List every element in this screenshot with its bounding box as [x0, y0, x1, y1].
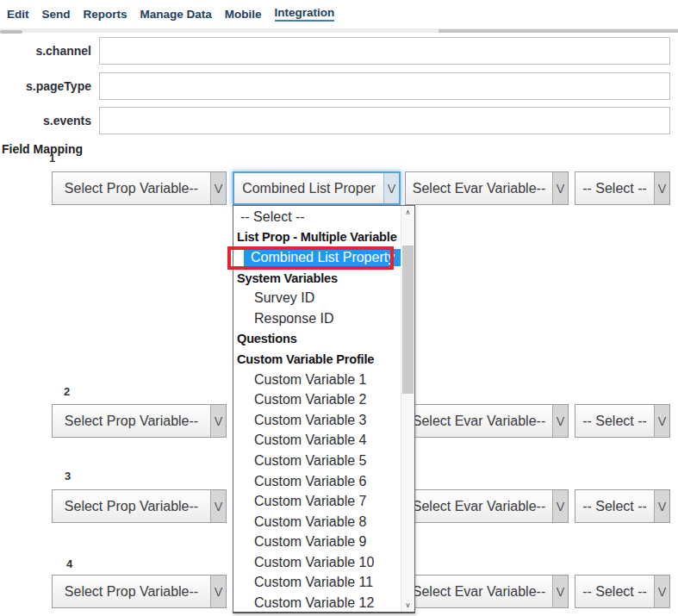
- s-channel-label: s.channel: [0, 44, 91, 58]
- dropdown-option-custom-variable-4[interactable]: Custom Variable 4: [233, 431, 402, 451]
- dropdown-option-custom-variable-5[interactable]: Custom Variable 5: [233, 451, 402, 471]
- nav-tab-integration[interactable]: Integration: [275, 6, 335, 22]
- dropdown-option-custom-variable-3[interactable]: Custom Variable 3: [233, 410, 402, 431]
- row-1-list-prop-select-value: Combined List Proper: [234, 181, 383, 196]
- dropdown-option-custom-variable-10[interactable]: Custom Variable 10: [233, 552, 402, 573]
- dropdown-group-custom-variable-profile: Custom Variable Profile: [233, 349, 402, 370]
- row-2-event-select[interactable]: -- Select -- ⋁: [575, 404, 670, 438]
- chevron-down-icon: ⋁: [552, 172, 568, 204]
- dropdown-option-custom-variable-11[interactable]: Custom Variable 11: [233, 573, 402, 594]
- top-nav: Edit Send Reports Manage Data Mobile Int…: [0, 0, 334, 28]
- row-2-evar-select-value: Select Evar Variable--: [406, 414, 552, 429]
- dropdown-scrollbar-thumb[interactable]: [402, 246, 414, 394]
- dropdown-scrollbar[interactable]: ∧ ∨: [401, 206, 414, 612]
- s-pagetype-input[interactable]: [99, 72, 670, 100]
- row-2-prop-select[interactable]: Select Prop Variable-- ⋁: [52, 404, 227, 438]
- chevron-down-icon: ⋁: [654, 576, 669, 607]
- s-channel-input[interactable]: [99, 37, 670, 65]
- dropdown-option-custom-variable-7[interactable]: Custom Variable 7: [233, 491, 402, 512]
- nav-tab-manage-data[interactable]: Manage Data: [140, 8, 212, 21]
- chevron-down-icon: ⋁: [383, 173, 399, 203]
- row-3-evar-select-value: Select Evar Variable--: [406, 499, 552, 514]
- chevron-down-icon: ⋁: [210, 490, 226, 522]
- row-1-evar-select[interactable]: Select Evar Variable-- ⋁: [405, 171, 569, 205]
- dropdown-group-system-variables: System Variables: [233, 268, 402, 289]
- nav-tab-mobile[interactable]: Mobile: [225, 8, 262, 21]
- row-3-evar-select[interactable]: Select Evar Variable-- ⋁: [405, 489, 569, 523]
- dropdown-option-custom-variable-12[interactable]: Custom Variable 12: [233, 593, 402, 613]
- chevron-down-icon: ⋁: [552, 405, 568, 437]
- row-1-event-select[interactable]: -- Select -- ⋁: [575, 171, 670, 205]
- integration-page: Edit Send Reports Manage Data Mobile Int…: [0, 0, 678, 616]
- dropdown-options: -- Select -- List Prop - Multiple Variab…: [233, 207, 402, 613]
- row-4-event-select[interactable]: -- Select -- ⋁: [575, 575, 670, 608]
- horizontal-scrollbar-thumb[interactable]: [439, 29, 678, 33]
- row-2-number: 2: [64, 385, 70, 398]
- chevron-down-icon: ⋁: [552, 490, 568, 522]
- row-2-evar-select[interactable]: Select Evar Variable-- ⋁: [405, 404, 569, 438]
- row-3-event-select-value: -- Select --: [575, 499, 654, 514]
- dropdown-option-combined-list-property[interactable]: Combined List Property: [233, 247, 402, 268]
- s-pagetype-label: s.pageType: [0, 79, 91, 93]
- row-4-prop-select-value: Select Prop Variable--: [53, 584, 210, 600]
- chevron-down-icon: ⋁: [654, 172, 669, 204]
- chevron-down-icon: ⋁: [210, 405, 226, 437]
- nav-tab-send[interactable]: Send: [42, 8, 71, 21]
- field-mapping-title: Field Mapping: [2, 142, 83, 156]
- row-3-number: 3: [65, 470, 71, 482]
- nav-tab-reports[interactable]: Reports: [84, 8, 128, 21]
- chevron-down-icon: ⋁: [654, 405, 669, 437]
- chevron-down-icon: ⋁: [552, 576, 568, 607]
- row-4-event-select-value: -- Select --: [575, 584, 654, 600]
- row-4-number: 4: [66, 557, 72, 570]
- dropdown-option-custom-variable-8[interactable]: Custom Variable 8: [233, 512, 402, 532]
- horizontal-scrollbar-nub[interactable]: [0, 30, 22, 34]
- dropdown-option-survey-id[interactable]: Survey ID: [233, 288, 402, 308]
- list-prop-dropdown-panel: -- Select -- List Prop - Multiple Variab…: [233, 205, 415, 613]
- dropdown-option-custom-variable-1[interactable]: Custom Variable 1: [233, 370, 402, 390]
- dropdown-group-questions: Questions: [233, 329, 402, 350]
- chevron-down-icon: ⋁: [210, 172, 226, 204]
- chevron-down-icon: ⋁: [210, 576, 226, 607]
- row-1-prop-select-value: Select Prop Variable--: [53, 181, 210, 196]
- chevron-down-icon: ⋁: [654, 490, 669, 522]
- row-2-event-select-value: -- Select --: [575, 414, 654, 429]
- row-3-prop-select-value: Select Prop Variable--: [53, 499, 210, 514]
- dropdown-option-custom-variable-6[interactable]: Custom Variable 6: [233, 471, 402, 492]
- scroll-down-icon[interactable]: ∨: [401, 601, 414, 609]
- dropdown-option-custom-variable-9[interactable]: Custom Variable 9: [233, 532, 402, 553]
- s-events-input[interactable]: [99, 107, 670, 134]
- dropdown-option-select-placeholder[interactable]: -- Select --: [233, 207, 402, 227]
- s-events-label: s.events: [0, 114, 91, 128]
- row-1-prop-select[interactable]: Select Prop Variable-- ⋁: [52, 171, 227, 205]
- selected-option-highlight: Combined List Property: [244, 249, 401, 266]
- dropdown-option-custom-variable-2[interactable]: Custom Variable 2: [233, 389, 402, 410]
- nav-tab-edit[interactable]: Edit: [7, 8, 29, 21]
- dropdown-option-response-id[interactable]: Response ID: [233, 308, 402, 329]
- row-4-evar-select-value: Select Evar Variable--: [406, 584, 552, 600]
- row-3-prop-select[interactable]: Select Prop Variable-- ⋁: [52, 489, 227, 523]
- row-4-prop-select[interactable]: Select Prop Variable-- ⋁: [52, 575, 227, 608]
- scroll-up-icon[interactable]: ∧: [401, 208, 414, 216]
- row-1-list-prop-select[interactable]: Combined List Proper ⋁: [233, 171, 401, 205]
- dropdown-group-list-prop: List Prop - Multiple Variable: [233, 227, 402, 248]
- row-1-evar-select-value: Select Evar Variable--: [406, 181, 552, 196]
- row-1-event-select-value: -- Select --: [575, 181, 654, 196]
- row-3-event-select[interactable]: -- Select -- ⋁: [575, 489, 670, 523]
- row-4-evar-select[interactable]: Select Evar Variable-- ⋁: [405, 575, 569, 608]
- row-1-number: 1: [49, 152, 55, 165]
- row-2-prop-select-value: Select Prop Variable--: [53, 414, 210, 429]
